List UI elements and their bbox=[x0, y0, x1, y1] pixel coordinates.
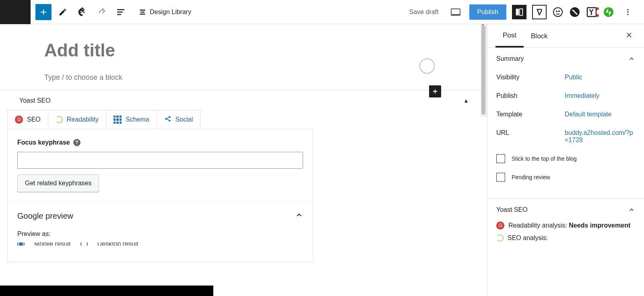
tab-schema-label: Schema bbox=[126, 116, 149, 123]
pending-label: Pending review bbox=[512, 174, 550, 180]
bottom-bar bbox=[0, 286, 213, 296]
publish-button[interactable]: Publish bbox=[469, 4, 506, 20]
tab-readability[interactable]: Readability bbox=[48, 110, 106, 129]
outline-icon[interactable] bbox=[113, 4, 129, 20]
seo-analysis-label: SEO analysis: bbox=[508, 234, 548, 242]
tab-post[interactable]: Post bbox=[495, 24, 524, 48]
settings-panel-icon[interactable] bbox=[512, 5, 526, 19]
tab-block[interactable]: Block bbox=[524, 25, 555, 47]
summary-label: Summary bbox=[496, 55, 524, 62]
design-library-icon bbox=[138, 8, 147, 16]
yoast-sidebar-label: Yoast SEO bbox=[496, 206, 528, 213]
yoast-panel-title: Yoast SEO bbox=[19, 97, 51, 104]
top-toolbar: Design Library Save draft Publish bbox=[0, 0, 644, 24]
more-options-icon[interactable] bbox=[620, 4, 636, 20]
wp-logo-area[interactable] bbox=[0, 0, 31, 24]
tab-social[interactable]: Social bbox=[157, 110, 200, 129]
collapse-icon: ▴ bbox=[464, 97, 468, 104]
spinner-icon bbox=[56, 116, 63, 123]
design-library-label: Design Library bbox=[150, 8, 191, 16]
add-block-button[interactable] bbox=[35, 4, 52, 20]
template-value[interactable]: Default template bbox=[565, 111, 635, 118]
sad-face-icon: ☹ bbox=[496, 221, 504, 230]
preview-as-label: Preview as: bbox=[17, 230, 303, 238]
svg-point-11 bbox=[627, 14, 628, 15]
svg-rect-7 bbox=[587, 8, 596, 17]
grid-icon bbox=[114, 116, 122, 124]
editor-column: Add title Type / to choose a block Yoast… bbox=[0, 24, 487, 296]
svg-point-5 bbox=[558, 10, 560, 12]
yoast-icon[interactable] bbox=[586, 6, 597, 18]
tab-readability-label: Readability bbox=[67, 116, 99, 123]
pending-checkbox[interactable] bbox=[496, 173, 505, 182]
plugin-icon-3[interactable] bbox=[569, 6, 580, 18]
plugin-icon-2[interactable] bbox=[552, 6, 564, 18]
svg-point-10 bbox=[627, 11, 628, 12]
url-value[interactable]: buddy.a2hosted.com/?p=1728 bbox=[565, 129, 635, 144]
undo-icon[interactable] bbox=[74, 4, 90, 20]
redo-icon[interactable] bbox=[93, 4, 109, 20]
svg-rect-0 bbox=[451, 9, 460, 14]
publish-label: Publish bbox=[496, 92, 565, 99]
radio-desktop[interactable] bbox=[80, 242, 88, 246]
jetpack-icon[interactable] bbox=[603, 6, 614, 18]
spinner-icon bbox=[496, 234, 504, 242]
help-icon[interactable]: ? bbox=[73, 139, 80, 146]
yoast-sidebar-toggle[interactable]: Yoast SEO bbox=[496, 206, 635, 213]
url-label: URL bbox=[496, 129, 565, 144]
chevron-up-icon bbox=[295, 211, 303, 221]
plugin-icon-1[interactable] bbox=[532, 5, 547, 19]
radio-mobile-label: Mobile result bbox=[34, 242, 71, 246]
tab-social-label: Social bbox=[175, 116, 193, 123]
focus-keyphrase-input[interactable] bbox=[17, 152, 303, 169]
yoast-panel-header[interactable]: Yoast SEO ▴ bbox=[0, 90, 487, 110]
yoast-content: Focus keyphrase ? Get related keyphrases… bbox=[7, 129, 313, 262]
stick-label: Stick to the top of the blog bbox=[512, 155, 577, 162]
tab-seo-label: SEO bbox=[27, 116, 41, 123]
svg-rect-1 bbox=[516, 8, 519, 15]
block-placeholder[interactable]: Type / to choose a block bbox=[44, 73, 443, 82]
summary-toggle[interactable]: Summary bbox=[496, 55, 635, 62]
close-sidebar-button[interactable] bbox=[622, 28, 636, 44]
stick-checkbox[interactable] bbox=[496, 154, 505, 163]
post-title-input[interactable]: Add title bbox=[44, 40, 443, 60]
design-library-button[interactable]: Design Library bbox=[134, 8, 196, 16]
svg-point-9 bbox=[627, 9, 628, 10]
svg-point-8 bbox=[604, 7, 613, 17]
google-preview-label: Google preview bbox=[17, 211, 73, 221]
edit-icon[interactable] bbox=[55, 4, 71, 20]
publish-value[interactable]: Immediately bbox=[565, 92, 635, 99]
share-icon bbox=[164, 115, 171, 124]
template-label: Template bbox=[496, 111, 565, 118]
svg-rect-2 bbox=[520, 8, 522, 15]
visibility-label: Visibility bbox=[496, 74, 565, 81]
svg-point-3 bbox=[553, 8, 562, 17]
radio-desktop-label: Desktop result bbox=[97, 242, 138, 246]
seo-analysis-row[interactable]: SEO analysis: bbox=[496, 232, 635, 244]
radio-mobile[interactable] bbox=[17, 242, 25, 246]
focus-keyphrase-label: Focus keyphrase bbox=[17, 139, 70, 146]
sad-face-icon: ☹ bbox=[15, 116, 23, 124]
readability-analysis-row[interactable]: ☹ Readability analysis: Needs improvemen… bbox=[496, 219, 635, 232]
related-keyphrases-button[interactable]: Get related keyphrases bbox=[17, 174, 99, 192]
tab-seo[interactable]: ☹ SEO bbox=[8, 110, 48, 129]
visibility-value[interactable]: Public bbox=[565, 74, 635, 81]
save-draft-button[interactable]: Save draft bbox=[406, 8, 442, 16]
preview-icon[interactable] bbox=[448, 4, 464, 20]
chevron-up-icon bbox=[628, 55, 635, 62]
settings-sidebar: Post Block Summary Visibility Public Pub… bbox=[487, 24, 644, 296]
readability-analysis-label: Readability analysis: Needs improvement bbox=[508, 222, 630, 229]
tab-schema[interactable]: Schema bbox=[106, 110, 157, 129]
google-preview-toggle[interactable]: Google preview bbox=[17, 211, 303, 221]
inline-add-block-button[interactable] bbox=[429, 85, 441, 97]
yoast-tabs: ☹ SEO Readability Schema Social bbox=[7, 110, 200, 129]
featured-circle[interactable] bbox=[419, 58, 435, 74]
svg-point-4 bbox=[556, 10, 557, 12]
chevron-up-icon bbox=[628, 206, 635, 213]
